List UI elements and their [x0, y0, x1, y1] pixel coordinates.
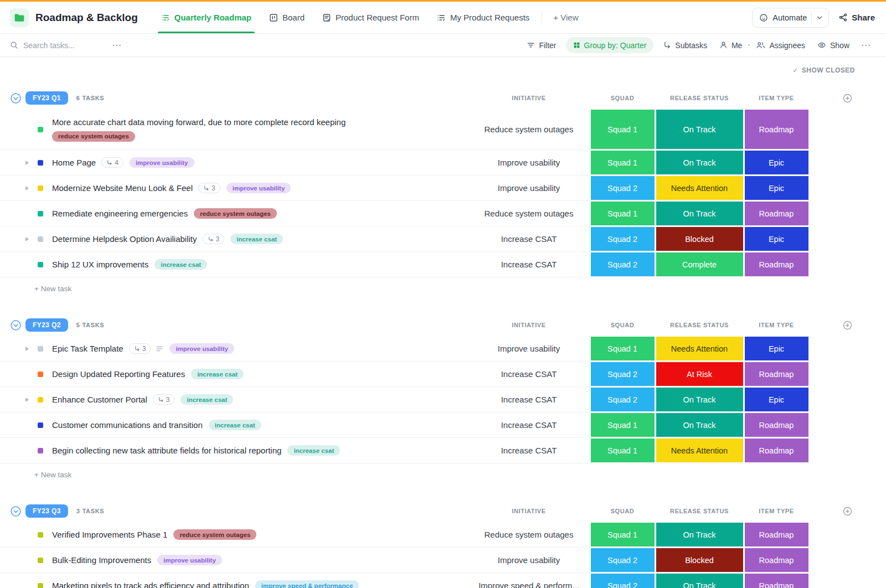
task-name[interactable]: Bulk-Editing Improvements: [52, 555, 151, 565]
item-type-cell[interactable]: Roadmap: [744, 573, 809, 588]
task-status-icon[interactable]: [38, 211, 43, 216]
initiative-cell[interactable]: Increase CSAT: [468, 420, 590, 430]
task-row[interactable]: More accurate chart data moving forward,…: [0, 109, 809, 150]
squad-cell[interactable]: Squad 1: [590, 412, 655, 437]
task-tag[interactable]: reduce system outages: [173, 529, 256, 540]
item-type-cell[interactable]: Roadmap: [744, 412, 809, 437]
show-closed-toggle[interactable]: ✓ SHOW CLOSED: [0, 63, 886, 78]
task-row[interactable]: Bulk-Editing Improvements improve usabil…: [0, 548, 809, 573]
new-task-button[interactable]: + New task: [0, 463, 809, 486]
squad-cell[interactable]: Squad 2: [590, 176, 655, 200]
squad-cell[interactable]: Squad 2: [590, 362, 655, 386]
new-task-button[interactable]: + New task: [0, 277, 809, 300]
task-tag[interactable]: increase csat: [191, 369, 244, 379]
release-status-cell[interactable]: On Track: [655, 522, 744, 547]
task-status-icon[interactable]: [38, 236, 43, 242]
task-name[interactable]: Customer communications and transition: [52, 420, 203, 430]
group-badge[interactable]: FY23 Q2: [25, 318, 68, 332]
item-type-cell[interactable]: Roadmap: [744, 109, 809, 149]
release-status-cell[interactable]: Complete: [655, 252, 744, 277]
search-input[interactable]: [23, 41, 106, 50]
release-status-cell[interactable]: On Track: [655, 573, 744, 588]
item-type-cell[interactable]: Epic: [744, 176, 809, 200]
task-status-icon[interactable]: [38, 185, 43, 191]
task-name[interactable]: Ship 12 UX improvements: [52, 260, 148, 269]
collapse-group-icon[interactable]: [10, 92, 22, 104]
task-row[interactable]: Remediate engineering emergencies reduce…: [0, 201, 809, 226]
task-row[interactable]: Modernize Website Menu Look & Feel 3 imp…: [0, 176, 809, 201]
item-type-cell[interactable]: Epic: [744, 226, 809, 251]
initiative-cell[interactable]: Reduce system outages: [468, 209, 590, 218]
release-status-cell[interactable]: On Track: [655, 412, 744, 437]
collapse-group-icon[interactable]: [10, 506, 22, 517]
item-type-cell[interactable]: Roadmap: [744, 362, 809, 386]
squad-cell[interactable]: Squad 1: [590, 522, 655, 547]
initiative-cell[interactable]: Improve usability: [468, 555, 590, 565]
expand-task-icon[interactable]: [25, 186, 33, 190]
task-tag[interactable]: increase csat: [287, 445, 340, 456]
add-column-button[interactable]: [809, 507, 886, 516]
expand-task-icon[interactable]: [25, 347, 33, 351]
subtask-count[interactable]: 4: [101, 157, 123, 168]
task-status-icon[interactable]: [38, 558, 43, 563]
task-tag[interactable]: improve usability: [226, 183, 291, 193]
initiative-cell[interactable]: Improve speed & perform...: [468, 581, 590, 588]
task-row[interactable]: Design Updated Reporting Features increa…: [0, 362, 809, 387]
column-header-squad[interactable]: SQUAD: [590, 508, 655, 514]
squad-cell[interactable]: Squad 2: [590, 387, 655, 412]
column-header-squad[interactable]: SQUAD: [590, 322, 655, 328]
task-status-icon[interactable]: [38, 583, 43, 588]
task-tag[interactable]: increase csat: [181, 394, 233, 405]
subtask-count[interactable]: 3: [198, 183, 220, 193]
subtask-count[interactable]: 3: [203, 234, 225, 244]
task-row[interactable]: Determine Helpdesk Option Availiability …: [0, 226, 809, 252]
tab-board[interactable]: Board: [260, 2, 313, 33]
item-type-cell[interactable]: Roadmap: [744, 548, 809, 572]
task-row[interactable]: Verified Improvements Phase 1 reduce sys…: [0, 522, 809, 548]
task-row[interactable]: Ship 12 UX improvements increase csat In…: [0, 252, 809, 277]
group-badge[interactable]: FY23 Q1: [25, 91, 68, 105]
initiative-cell[interactable]: Reduce system outages: [468, 530, 590, 539]
show-button[interactable]: Show: [811, 41, 856, 50]
release-status-cell[interactable]: Blocked: [655, 226, 744, 251]
initiative-cell[interactable]: Increase CSAT: [468, 369, 590, 379]
task-row[interactable]: Customer communications and transition i…: [0, 412, 809, 438]
toolbar-more-icon[interactable]: ⋯: [856, 40, 876, 50]
task-status-icon[interactable]: [38, 262, 43, 267]
release-status-cell[interactable]: Needs Attention: [655, 176, 744, 200]
add-column-button[interactable]: [809, 321, 886, 330]
task-tag[interactable]: increase csat: [230, 234, 283, 244]
task-tag[interactable]: improve usability: [157, 555, 222, 565]
task-tag[interactable]: improve speed & performance: [255, 580, 359, 588]
chevron-down-icon[interactable]: [816, 14, 823, 21]
release-status-cell[interactable]: At Risk: [655, 362, 744, 386]
release-status-cell[interactable]: On Track: [655, 150, 744, 175]
subtask-count[interactable]: 3: [129, 343, 151, 354]
task-tag[interactable]: reduce system outages: [194, 208, 277, 219]
task-name[interactable]: Marketing pixels to track ads efficiency…: [52, 581, 249, 588]
tab-quarterly-roadmap[interactable]: Quarterly Roadmap: [152, 2, 260, 33]
release-status-cell[interactable]: On Track: [655, 387, 744, 412]
task-name[interactable]: Home Page: [52, 158, 96, 167]
item-type-cell[interactable]: Epic: [744, 336, 809, 361]
item-type-cell[interactable]: Roadmap: [744, 252, 809, 277]
filter-button[interactable]: Filter: [521, 41, 562, 50]
initiative-cell[interactable]: Reduce system outages: [468, 125, 590, 134]
column-header-release-status[interactable]: RELEASE STATUS: [655, 508, 744, 514]
column-header-release-status[interactable]: RELEASE STATUS: [655, 95, 744, 101]
squad-cell[interactable]: Squad 2: [590, 548, 655, 572]
column-header-item-type[interactable]: ITEM TYPE: [744, 95, 809, 101]
task-row[interactable]: Enhance Customer Portal 3 increase csat …: [0, 387, 809, 412]
tab-product-request-form[interactable]: Product Request Form: [313, 2, 428, 33]
initiative-cell[interactable]: Increase CSAT: [468, 234, 590, 244]
expand-task-icon[interactable]: [25, 161, 33, 165]
expand-task-icon[interactable]: [25, 237, 33, 241]
squad-cell[interactable]: Squad 2: [590, 573, 655, 588]
task-tag[interactable]: increase csat: [209, 420, 261, 430]
subtask-count[interactable]: 3: [153, 394, 175, 405]
assignees-button[interactable]: Assignees: [750, 41, 811, 50]
task-name[interactable]: More accurate chart data moving forward,…: [52, 117, 346, 127]
initiative-cell[interactable]: Increase CSAT: [468, 260, 590, 269]
squad-cell[interactable]: Squad 1: [590, 438, 655, 463]
task-status-icon[interactable]: [38, 448, 43, 453]
